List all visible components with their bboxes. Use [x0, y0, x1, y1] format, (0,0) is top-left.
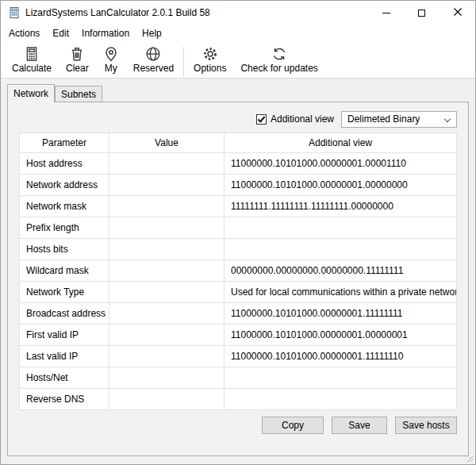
- parameter-cell: First valid IP: [20, 325, 109, 346]
- maximize-icon: [418, 10, 425, 17]
- reserved-button[interactable]: Reserved: [126, 45, 181, 74]
- menu-actions[interactable]: Actions: [2, 25, 46, 41]
- copy-button[interactable]: Copy: [262, 417, 324, 434]
- app-icon: [8, 6, 21, 19]
- additional-view-cell: 11111111.11111111.11111111.00000000: [225, 196, 457, 217]
- value-cell: [109, 217, 225, 239]
- additional-view-label: Additional view: [271, 113, 334, 125]
- caption-buttons: [368, 1, 475, 25]
- value-cell: [109, 389, 225, 410]
- table-row[interactable]: Prefix length: [20, 217, 457, 239]
- table-row[interactable]: Network address11000000.10101000.0000000…: [20, 175, 457, 196]
- table-row[interactable]: Hosts bits: [20, 239, 457, 260]
- parameter-cell: Hosts/Net: [20, 367, 109, 389]
- menu-information[interactable]: Information: [75, 25, 136, 41]
- close-icon: [454, 7, 462, 18]
- minimize-button[interactable]: [368, 1, 404, 25]
- table-row[interactable]: Broadcast address11000000.10101000.00000…: [20, 303, 457, 325]
- value-cell: [109, 239, 225, 260]
- app-window: LizardSystems LanCalculator 2.0.1 Build …: [0, 0, 476, 465]
- value-cell: [109, 325, 225, 346]
- save-hosts-button[interactable]: Save hosts: [395, 417, 457, 434]
- footer-buttons: Copy Save Save hosts: [19, 417, 457, 434]
- location-pin-icon: [103, 45, 119, 62]
- parameter-cell: Network mask: [20, 196, 109, 217]
- table-header-row: Parameter Value Additional view: [20, 133, 457, 153]
- table-row[interactable]: First valid IP11000000.10101000.00000001…: [20, 325, 457, 346]
- checkbox-icon: [256, 114, 267, 125]
- save-button[interactable]: Save: [332, 417, 387, 434]
- tool-label: Calculate: [12, 63, 52, 74]
- param-table-body: Host address11000000.10101000.00000001.0…: [20, 153, 457, 410]
- tool-label: Check for updates: [240, 63, 317, 74]
- calculator-icon: [24, 45, 40, 62]
- table-row[interactable]: Host address11000000.10101000.00000001.0…: [20, 153, 457, 175]
- additional-view-cell: [225, 389, 457, 410]
- close-button[interactable]: [440, 1, 475, 25]
- parameter-cell: Network Type: [20, 282, 109, 303]
- table-row[interactable]: Reverse DNS: [20, 389, 457, 410]
- tool-label: Options: [194, 63, 226, 74]
- parameter-cell: Prefix length: [20, 217, 109, 239]
- parameter-cell: Hosts bits: [20, 239, 109, 260]
- value-cell: [109, 196, 225, 217]
- toolbar-separator: [183, 47, 184, 77]
- parameter-cell: Broadcast address: [20, 303, 109, 325]
- my-button[interactable]: My: [96, 45, 126, 74]
- clear-button[interactable]: Clear: [59, 45, 96, 74]
- tab-panel: Additional view Delimeted Binary Paramet…: [7, 102, 469, 456]
- value-cell: [109, 303, 225, 325]
- menu-help[interactable]: Help: [136, 25, 168, 41]
- value-cell: [109, 260, 225, 282]
- header-parameter: Parameter: [20, 133, 109, 153]
- chevron-down-icon: [444, 115, 451, 121]
- tab-network[interactable]: Network: [7, 84, 55, 102]
- view-controls-row: Additional view Delimeted Binary: [19, 110, 457, 128]
- additional-view-cell: [225, 239, 457, 260]
- parameters-table: Parameter Value Additional view Host add…: [19, 133, 457, 410]
- globe-icon: [145, 45, 161, 62]
- menu-edit[interactable]: Edit: [46, 25, 75, 41]
- check-updates-button[interactable]: Check for updates: [233, 45, 324, 74]
- additional-view-cell: 00000000.00000000.00000000.11111111: [225, 260, 457, 282]
- additional-view-cell: 11000000.10101000.00000001.11111110: [225, 346, 457, 367]
- tool-label: My: [105, 63, 117, 74]
- view-mode-select[interactable]: Delimeted Binary: [341, 111, 457, 128]
- minimize-icon: [382, 13, 390, 13]
- tab-subnets[interactable]: Subnets: [55, 86, 102, 102]
- additional-view-cell: 11000000.10101000.00000001.00001110: [225, 153, 457, 175]
- additional-view-cell: 11000000.10101000.00000001.11111111: [225, 303, 457, 325]
- value-cell: [109, 153, 225, 175]
- table-row[interactable]: Network mask11111111.11111111.11111111.0…: [20, 196, 457, 217]
- tool-label: Clear: [66, 63, 89, 74]
- table-row[interactable]: Network TypeUsed for local communication…: [20, 282, 457, 303]
- header-additional: Additional view: [225, 133, 457, 153]
- trash-icon: [69, 45, 85, 62]
- table-row[interactable]: Wildcard mask00000000.00000000.00000000.…: [20, 260, 457, 282]
- gear-icon: [202, 45, 218, 62]
- main-area: Network Subnets Additional view Delimete…: [1, 79, 475, 464]
- value-cell: [109, 175, 225, 196]
- tab-network-label: Network: [13, 88, 48, 99]
- options-button[interactable]: Options: [186, 45, 233, 74]
- value-cell: [109, 282, 225, 303]
- additional-view-cell: 11000000.10101000.00000001.00000000: [225, 175, 457, 196]
- toolbar: Calculate Clear: [1, 42, 475, 79]
- additional-view-cell: [225, 367, 457, 389]
- checkmark-icon: [258, 114, 266, 122]
- window-title: LizardSystems LanCalculator 2.0.1 Build …: [25, 7, 210, 18]
- title-bar[interactable]: LizardSystems LanCalculator 2.0.1 Build …: [1, 1, 475, 25]
- calculate-button[interactable]: Calculate: [5, 45, 59, 74]
- value-cell: [109, 346, 225, 367]
- table-row[interactable]: Last valid IP11000000.10101000.00000001.…: [20, 346, 457, 367]
- table-row[interactable]: Hosts/Net: [20, 367, 457, 389]
- parameter-cell: Wildcard mask: [20, 260, 109, 282]
- tab-strip: Network Subnets: [7, 84, 475, 102]
- parameter-cell: Reverse DNS: [20, 389, 109, 410]
- parameter-cell: Last valid IP: [20, 346, 109, 367]
- maximize-button[interactable]: [404, 1, 440, 25]
- tab-subnets-label: Subnets: [61, 89, 96, 100]
- additional-view-cell: Used for local communications within a p…: [225, 282, 457, 303]
- value-cell: [109, 367, 225, 389]
- additional-view-checkbox[interactable]: Additional view: [256, 113, 334, 125]
